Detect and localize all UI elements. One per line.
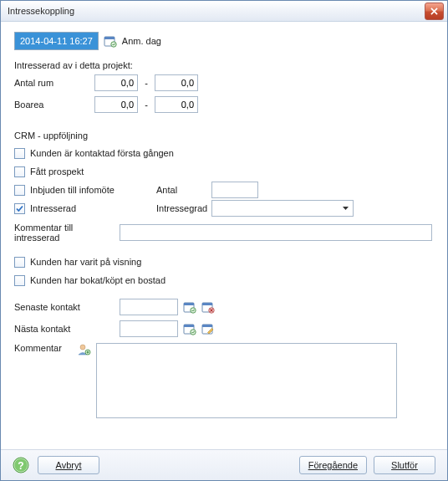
svg-rect-10	[184, 325, 194, 327]
checkbox-kontaktad-label: Kunden är kontaktad första gången	[30, 148, 174, 158]
nasta-kontakt-input[interactable]	[120, 320, 178, 337]
nasta-kontakt-edit-button[interactable]	[201, 322, 215, 335]
anm-dag-date-field[interactable]: 2014-04-11 16:27	[14, 32, 99, 50]
svg-rect-7	[202, 303, 212, 305]
kommentar-label: Kommentar	[14, 343, 73, 353]
checkbox-prospekt[interactable]	[14, 166, 25, 177]
intressegrad-dropdown[interactable]	[211, 200, 354, 217]
foregaende-button-label: Föregående	[308, 460, 358, 470]
window-title: Intressekoppling	[8, 6, 425, 16]
slutfor-button[interactable]: Slutför	[374, 456, 435, 474]
checkbox-intresserad[interactable]	[14, 203, 25, 214]
dash-separator: -	[143, 78, 150, 88]
senaste-kontakt-input[interactable]	[120, 299, 178, 315]
checkbox-kontaktad[interactable]	[14, 148, 25, 159]
user-add-icon	[78, 343, 91, 356]
kommentar-intresserad-label: Kommentar till intresserad	[14, 223, 115, 243]
checkbox-bokat[interactable]	[14, 275, 25, 286]
antal-input[interactable]	[211, 182, 258, 198]
antal-label: Antal	[156, 185, 206, 195]
dropdown-arrow	[339, 202, 352, 215]
senaste-kontakt-clear-button[interactable]	[201, 300, 215, 314]
calendar-edit-icon	[201, 322, 215, 335]
close-button[interactable]	[425, 3, 444, 20]
calendar-delete-icon	[201, 300, 215, 314]
senaste-kontakt-label: Senaste kontakt	[14, 302, 115, 312]
antal-rum-from-input[interactable]	[94, 74, 138, 91]
calendar-icon	[104, 34, 117, 48]
chevron-down-icon	[343, 207, 349, 210]
checkbox-prospekt-label: Fått prospekt	[30, 166, 84, 177]
dialog-footer: ? Avbryt Föregående Slutför	[1, 449, 447, 480]
checkbox-infomote[interactable]	[14, 185, 25, 196]
slutfor-button-label: Slutför	[391, 460, 418, 470]
crm-heading: CRM - uppföljning	[14, 130, 434, 141]
date-picker-button[interactable]	[104, 34, 117, 48]
boarea-label: Boarea	[14, 100, 89, 110]
dialog-intressekoppling: Intressekoppling 2014-04-11 16:27 Anm. d…	[0, 0, 448, 481]
anm-dag-label: Anm. dag	[122, 36, 161, 46]
help-button[interactable]: ?	[13, 457, 29, 473]
checkbox-visning-label: Kunden har varit på visning	[30, 257, 141, 267]
calendar-icon	[183, 300, 196, 314]
close-icon	[430, 8, 438, 15]
senaste-kontakt-date-button[interactable]	[183, 300, 196, 314]
svg-rect-4	[184, 303, 194, 305]
intresserad-heading: Intresserad av i detta projekt:	[14, 60, 434, 70]
nasta-kontakt-date-button[interactable]	[183, 322, 196, 335]
checkbox-visning[interactable]	[14, 257, 25, 268]
checkbox-intresserad-label: Intresserad	[30, 203, 151, 213]
antal-rum-label: Antal rum	[14, 78, 89, 88]
svg-text:?: ?	[18, 460, 23, 472]
help-icon: ?	[13, 457, 29, 473]
foregaende-button[interactable]: Föregående	[299, 456, 367, 474]
kommentar-intresserad-input[interactable]	[120, 224, 432, 241]
boarea-to-input[interactable]	[155, 96, 198, 113]
avbryt-button[interactable]: Avbryt	[38, 456, 99, 474]
titlebar: Intressekoppling	[1, 1, 447, 22]
calendar-icon	[183, 322, 196, 335]
content-area: 2014-04-11 16:27 Anm. dag Intresserad av…	[1, 22, 447, 449]
kommentar-textarea[interactable]	[96, 343, 397, 418]
nasta-kontakt-label: Nästa kontakt	[14, 324, 115, 334]
kommentar-user-button[interactable]	[78, 343, 91, 356]
svg-rect-1	[104, 37, 115, 39]
svg-point-14	[80, 345, 85, 350]
checkmark-icon	[15, 204, 24, 213]
checkbox-bokat-label: Kunden har bokat/köpt en bostad	[30, 275, 165, 285]
checkbox-infomote-label: Inbjuden till infomöte	[30, 185, 151, 195]
avbryt-button-label: Avbryt	[56, 460, 82, 470]
dash-separator: -	[143, 100, 150, 110]
boarea-from-input[interactable]	[94, 96, 138, 113]
svg-rect-13	[202, 325, 212, 327]
antal-rum-to-input[interactable]	[155, 74, 198, 91]
intressegrad-label: Intressegrad	[156, 203, 206, 213]
